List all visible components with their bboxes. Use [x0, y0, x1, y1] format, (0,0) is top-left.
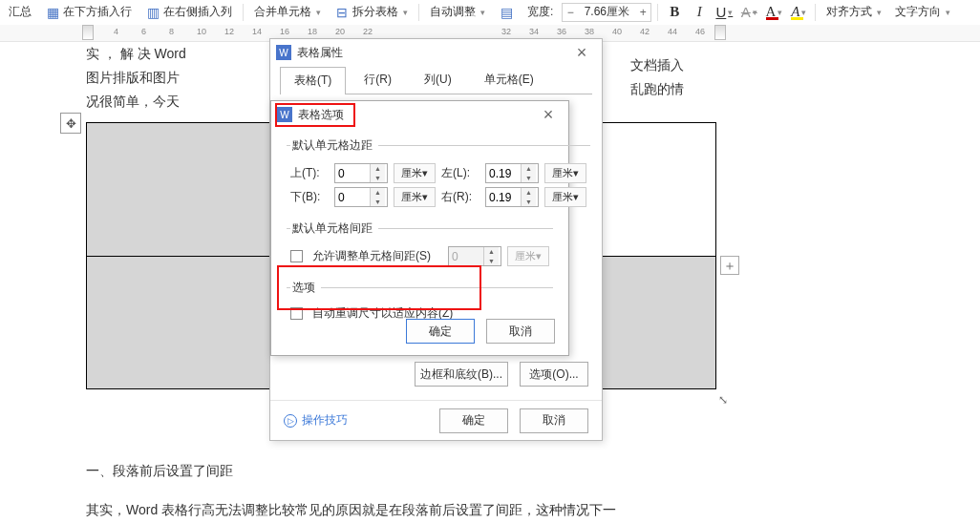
table-options-dialog: W 表格选项 × 默认单元格边距 上(T): ▲▼ 厘米▾ 左(L): ▲▼ 厘… — [270, 100, 569, 356]
ruler-tick: 4 — [114, 27, 118, 36]
width-label: 宽度: — [522, 4, 558, 20]
unit-select[interactable]: 厘米▾ — [394, 163, 436, 183]
outer-dialog-extra-buttons: 边框和底纹(B)... 选项(O)... — [415, 362, 588, 387]
tab-table[interactable]: 表格(T) — [280, 67, 346, 94]
allow-spacing-checkbox[interactable] — [290, 250, 303, 262]
alignment-button[interactable]: 对齐方式▾ — [821, 4, 886, 20]
dialog-titlebar[interactable]: W 表格选项 × — [271, 101, 568, 128]
ok-button[interactable]: 确定 — [406, 319, 475, 344]
add-column-handle[interactable]: ＋ — [720, 256, 739, 275]
ruler-tick: 40 — [612, 27, 622, 36]
width-decrease[interactable]: − — [563, 6, 578, 19]
right-label: 右(R): — [441, 189, 479, 205]
tab-cell[interactable]: 单元格(E) — [470, 66, 548, 94]
group-label: 默认单元格边距 — [290, 137, 378, 154]
unit-select[interactable]: 厘米▾ — [394, 187, 436, 207]
table-cell[interactable] — [87, 123, 297, 257]
insert-col-right-button[interactable]: ▥ 在右侧插入列 — [140, 4, 237, 20]
split-table-button[interactable]: ⊟ 拆分表格▾ — [330, 4, 413, 20]
ruler-tick: 6 — [141, 27, 146, 36]
cancel-button[interactable]: 取消 — [486, 319, 555, 344]
dialog-title: 表格选项 — [298, 107, 534, 123]
tips-link[interactable]: ▷ 操作技巧 — [284, 412, 348, 429]
split-table-icon: ⊟ — [334, 5, 350, 20]
right-margin-input[interactable]: ▲▼ — [485, 187, 539, 207]
table-move-handle[interactable]: ✥ — [60, 113, 81, 134]
app-icon: W — [276, 45, 291, 60]
unit-select: 厘米▾ — [507, 246, 549, 266]
spacing-input: ▲▼ — [448, 246, 501, 266]
close-icon[interactable]: × — [534, 105, 563, 125]
width-stepper[interactable]: − 7.66厘米 + — [562, 3, 651, 22]
ruler-tick: 42 — [640, 27, 650, 36]
play-icon: ▷ — [284, 414, 297, 428]
right-indent-marker[interactable] — [714, 25, 726, 40]
tab-row[interactable]: 行(R) — [350, 66, 406, 94]
ruler-tick: 12 — [224, 27, 234, 36]
ruler-tick: 38 — [585, 27, 594, 36]
insert-col-icon: ▥ — [145, 5, 160, 20]
ruler-tick: 16 — [280, 27, 289, 36]
text-line: 文档插入 — [630, 53, 735, 77]
highlight-button[interactable]: A▾ — [788, 3, 809, 22]
insert-row-icon: ▦ — [45, 5, 60, 20]
group-label: 默认单元格间距 — [290, 220, 378, 237]
cell-size-icon[interactable]: ▤ — [494, 5, 519, 20]
width-increase[interactable]: + — [635, 6, 650, 19]
table-cell[interactable] — [87, 256, 297, 389]
outer-dialog-footer: ▷ 操作技巧 确定 取消 — [270, 400, 602, 440]
top-label: 上(T): — [290, 165, 329, 181]
document-body-below[interactable]: 一、段落前后设置了间距 其实，Word 表格行高无法调整比较常见的原因就是在段落… — [86, 458, 951, 523]
dialog-titlebar[interactable]: W 表格属性 × — [270, 39, 602, 66]
ribbon-toolbar: 汇总 ▦ 在下方插入行 ▥ 在右侧插入列 合并单元格▾ ⊟ 拆分表格▾ 自动调整… — [0, 0, 980, 25]
document-body-right: 文档插入 乱跑的情 — [630, 53, 735, 101]
strike-button[interactable]: A▾ — [738, 3, 759, 22]
ruler-tick: 10 — [197, 27, 206, 36]
text-line: 其实，Word 表格行高无法调整比较常见的原因就是在段落前后设置了间距，这种情况… — [86, 497, 951, 523]
merge-cells-button[interactable]: 合并单元格▾ — [249, 4, 326, 20]
ruler-tick: 14 — [252, 27, 262, 36]
group-label: 选项 — [290, 280, 321, 296]
font-color-button[interactable]: A▾ — [763, 3, 784, 22]
unit-select[interactable]: 厘米▾ — [544, 163, 586, 183]
bottom-label: 下(B): — [290, 189, 329, 205]
table-resize-handle[interactable]: ⤡ — [718, 393, 732, 407]
unit-select[interactable]: 厘米▾ — [544, 187, 586, 207]
italic-button[interactable]: I — [689, 3, 710, 22]
allow-spacing-label: 允许调整单元格间距(S) — [312, 248, 431, 264]
underline-button[interactable]: U▾ — [714, 3, 735, 22]
left-indent-marker[interactable] — [82, 25, 94, 40]
summarize-button[interactable]: 汇总 — [4, 4, 36, 20]
ruler-tick: 36 — [557, 27, 566, 36]
text-line: 乱跑的情 — [630, 77, 735, 101]
border-shading-button[interactable]: 边框和底纹(B)... — [415, 362, 508, 387]
insert-row-below-button[interactable]: ▦ 在下方插入行 — [40, 4, 137, 20]
app-icon: W — [277, 107, 292, 122]
default-spacing-group: 默认单元格间距 允许调整单元格间距(S) ▲▼ 厘米▾ — [287, 220, 553, 272]
bottom-margin-input[interactable]: ▲▼ — [334, 187, 388, 207]
autofit-button[interactable]: 自动调整▾ — [425, 4, 490, 20]
ruler-tick: 46 — [695, 27, 705, 36]
ruler-tick: 32 — [501, 27, 511, 36]
left-label: 左(L): — [441, 165, 479, 181]
ruler-tick: 22 — [363, 27, 373, 36]
auto-resize-checkbox[interactable] — [290, 307, 303, 320]
ruler-tick: 34 — [529, 27, 539, 36]
text-direction-button[interactable]: 文字方向▾ — [890, 4, 955, 20]
close-icon[interactable]: × — [567, 43, 596, 63]
table-properties-dialog: W 表格属性 × 表格(T) 行(R) 列(U) 单元格(E) W 表格选项 ×… — [269, 38, 603, 441]
dialog-tabs: 表格(T) 行(R) 列(U) 单元格(E) — [270, 66, 602, 94]
tab-column[interactable]: 列(U) — [410, 66, 466, 94]
width-value[interactable]: 7.66厘米 — [578, 4, 635, 20]
default-margin-group: 默认单元格边距 上(T): ▲▼ 厘米▾ 左(L): ▲▼ 厘米▾ 下(B): … — [287, 137, 590, 213]
cancel-button[interactable]: 取消 — [520, 408, 588, 433]
left-margin-input[interactable]: ▲▼ — [485, 163, 539, 183]
ruler-tick: 18 — [308, 27, 317, 36]
ruler-tick: 20 — [335, 27, 345, 36]
heading-line: 一、段落前后设置了间距 — [86, 458, 951, 484]
top-margin-input[interactable]: ▲▼ — [334, 163, 388, 183]
bold-button[interactable]: B — [664, 3, 685, 22]
ok-button[interactable]: 确定 — [439, 408, 508, 433]
dialog-title: 表格属性 — [297, 45, 567, 61]
options-button[interactable]: 选项(O)... — [520, 362, 588, 387]
